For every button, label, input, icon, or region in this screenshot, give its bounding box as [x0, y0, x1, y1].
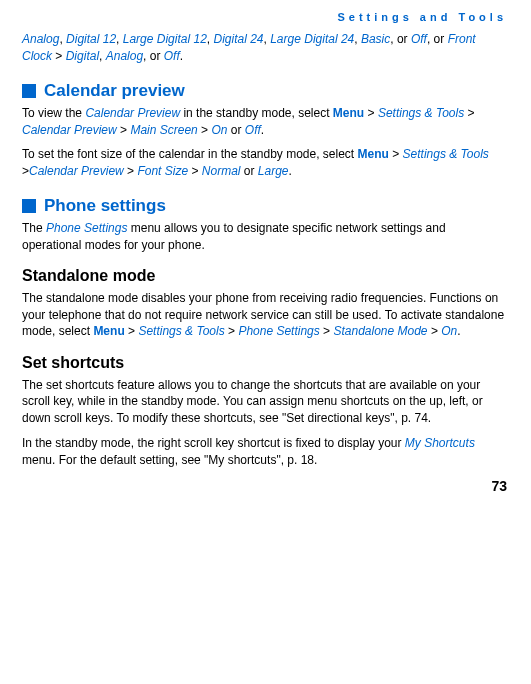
heading-phone-settings: Phone settings: [44, 194, 166, 218]
calendar-p2: To set the font size of the calendar in …: [22, 146, 507, 180]
calendar-p1: To view the Calendar Preview in the stan…: [22, 105, 507, 139]
link-digital24: Digital 24: [213, 32, 263, 46]
link-basic: Basic: [361, 32, 390, 46]
link-digital: Digital: [66, 49, 99, 63]
page-number: 73: [22, 477, 507, 497]
link-digital12: Digital 12: [66, 32, 116, 46]
bullet-icon: [22, 199, 36, 213]
section-phone-settings: Phone settings: [22, 194, 507, 218]
bullet-icon: [22, 84, 36, 98]
heading-standalone-mode: Standalone mode: [22, 265, 507, 287]
shortcuts-p2: In the standby mode, the right scroll ke…: [22, 435, 507, 469]
link-off: Off: [411, 32, 427, 46]
link-large-digital24: Large Digital 24: [270, 32, 354, 46]
phone-p1: The Phone Settings menu allows you to de…: [22, 220, 507, 254]
link-analog2: Analog: [106, 49, 143, 63]
heading-set-shortcuts: Set shortcuts: [22, 352, 507, 374]
link-off2: Off: [164, 49, 180, 63]
link-large-digital12: Large Digital 12: [123, 32, 207, 46]
shortcuts-p1: The set shortcuts feature allows you to …: [22, 377, 507, 427]
intro-paragraph: Analog, Digital 12, Large Digital 12, Di…: [22, 31, 507, 65]
standalone-p1: The standalone mode disables your phone …: [22, 290, 507, 340]
heading-calendar-preview: Calendar preview: [44, 79, 185, 103]
link-analog: Analog: [22, 32, 59, 46]
page-container: Settings and Tools Analog, Digital 12, L…: [0, 0, 531, 506]
section-calendar-preview: Calendar preview: [22, 79, 507, 103]
running-header: Settings and Tools: [22, 10, 507, 25]
